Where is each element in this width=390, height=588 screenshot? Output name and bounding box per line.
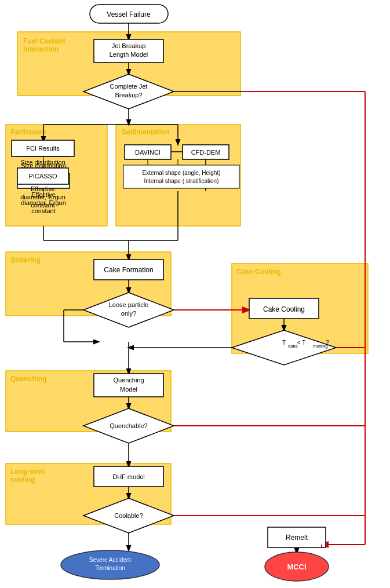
quench-text2: Model: [120, 386, 137, 393]
davinci-text: DAVINCI: [135, 149, 161, 156]
quenching-label: Quenching: [10, 375, 47, 383]
coolable-text: Coolable?: [114, 512, 143, 519]
jet-breakup-text1: Jet Breakup: [112, 42, 146, 49]
t-cake-lt: < T: [297, 339, 306, 346]
ext-shape-t2: Internal shape ( stratification): [144, 178, 219, 184]
cake-cooling-box-text: Cake Cooling: [263, 305, 305, 313]
loose-part-text2: only?: [121, 310, 136, 317]
quench-text1: Quenching: [113, 377, 144, 384]
sedimentation-label: Sedimentation: [122, 128, 170, 136]
t-cake-q: ?: [326, 339, 329, 346]
severe-text1: Severe Accident: [89, 557, 131, 563]
remelt-text: Remelt: [286, 534, 308, 542]
ext-shape-box: [123, 165, 239, 188]
complete-jet-text2: Breakup?: [115, 92, 142, 98]
eff-d-t2: diameter, Ergun: [20, 193, 65, 200]
cake-formation-text: Cake Formation: [104, 266, 153, 274]
vessel-failure-text: Vessel Failure: [107, 10, 151, 19]
fci-label: Fuel Coolant: [23, 37, 65, 45]
cake-cooling-label-section: Cake Cooling: [236, 268, 281, 276]
particulate-label: Particulate: [10, 128, 46, 136]
jet-breakup-text2: Length Model: [110, 51, 148, 58]
cfd-dem-text: CFD-DEM: [191, 149, 221, 156]
long-term-label2: cooling: [10, 476, 35, 484]
ext-shape-t1: External shape (angle, Height): [142, 170, 220, 176]
picasso-t: PICASSO: [29, 173, 57, 180]
eff-d-t3: constant: [31, 202, 55, 209]
dhf-text: DHF model: [112, 473, 145, 480]
complete-jet-text1: Complete Jet: [110, 83, 148, 90]
sintering-label: Sintering: [10, 256, 41, 264]
flowchart-diagram: Fuel Coolant Interaction Particulate Sed…: [0, 0, 390, 588]
quenchable-text: Quenchable?: [110, 422, 147, 429]
loose-part-text1: Loose particle: [109, 301, 149, 308]
long-term-label: Long-term: [10, 468, 45, 476]
severe-text2: Termination: [95, 565, 125, 571]
mcci-text: MCCI: [287, 563, 306, 571]
fci-label2: Interaction: [23, 45, 59, 53]
eff-d-t1: Effective: [31, 185, 55, 192]
fci-results-t: FCI Results: [26, 145, 60, 152]
size-d-t: Size distribution: [20, 159, 65, 166]
t-cake-text1: T: [282, 339, 286, 346]
